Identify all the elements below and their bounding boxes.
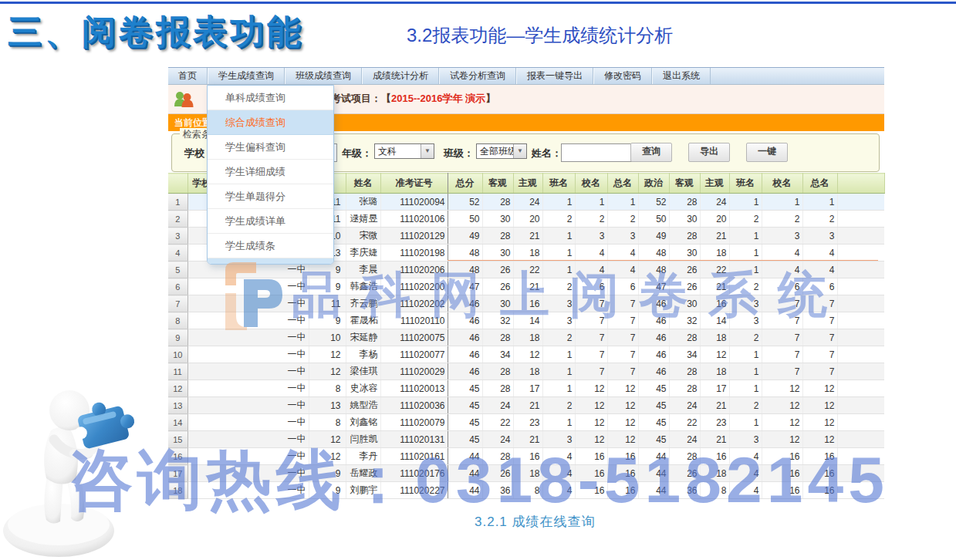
row-number: 17 xyxy=(168,465,187,482)
search-action-button[interactable]: 一键 xyxy=(746,143,788,162)
menu-item[interactable]: 报表一键导出 xyxy=(516,68,593,84)
table-row[interactable]: 10一中12李杨111020077463412177463412177 xyxy=(168,346,884,363)
score-cell: 46 xyxy=(448,363,482,380)
rank-cell: 1 xyxy=(729,380,762,397)
score-cell: 21 xyxy=(513,397,542,414)
score-cell: 46 xyxy=(448,346,482,363)
score-cell: 28 xyxy=(482,228,513,245)
rank-cell: 4 xyxy=(575,245,607,261)
class-cell: 9 xyxy=(309,482,346,499)
rank-cell: 12 xyxy=(607,380,638,397)
rank-cell: 4 xyxy=(802,261,837,278)
rank-cell: 6 xyxy=(575,278,607,295)
column-header: 班名 xyxy=(542,174,575,194)
score-cell: 50 xyxy=(448,211,482,228)
menu-item[interactable]: 试卷分析查询 xyxy=(439,68,516,84)
rank-cell: 7 xyxy=(802,363,837,380)
column-header: 姓名 xyxy=(346,174,380,194)
rank-cell: 16 xyxy=(575,448,607,465)
table-row[interactable]: 11一中12梁佳琪111020029462818177462818177 xyxy=(168,363,884,380)
rank-cell: 2 xyxy=(542,329,575,346)
name-cell: 韩鑫浩 xyxy=(346,278,380,295)
score-cell: 26 xyxy=(669,261,700,278)
rank-cell: 2 xyxy=(542,278,575,295)
table-row[interactable]: 16一中12李丹1110201614428164161644281641616 xyxy=(168,448,884,465)
table-row[interactable]: 12一中8史冰容1110200134528171121245281711212 xyxy=(168,380,884,397)
filler-cell xyxy=(837,431,884,448)
rank-cell: 7 xyxy=(802,329,837,346)
name-cell: 李杨 xyxy=(346,346,380,363)
rank-cell: 2 xyxy=(762,211,802,228)
score-cell: 8 xyxy=(700,482,729,499)
score-cell: 46 xyxy=(448,295,482,312)
rank-cell: 2 xyxy=(729,329,762,346)
menu-item[interactable]: 班级成绩查询 xyxy=(285,68,362,84)
rank-cell: 2 xyxy=(542,397,575,414)
score-cell: 45 xyxy=(448,380,482,397)
table-row[interactable]: 14一中8刘鑫铭1110200794522231121245222311212 xyxy=(168,414,884,431)
grade-select[interactable]: 文科 ▼ xyxy=(374,143,434,159)
table-row[interactable]: 8一中9霍晟柘111020110463214377463214377 xyxy=(168,312,884,329)
rank-cell: 16 xyxy=(762,465,802,482)
search-action-button[interactable]: 导出 xyxy=(688,143,730,162)
table-row[interactable]: 7一中11齐云鹏111020202463016377463016377 xyxy=(168,295,884,312)
score-cell: 52 xyxy=(638,194,669,211)
rank-cell: 3 xyxy=(729,295,762,312)
table-row[interactable]: 6一中9韩鑫浩111020200472621266472621266 xyxy=(168,278,884,295)
ticket-cell: 111020198 xyxy=(380,245,448,261)
rank-cell: 3 xyxy=(575,228,607,245)
table-row[interactable]: 17一中9岳耀政1110201764426184161644261841616 xyxy=(168,465,884,482)
class-select[interactable]: 全部班级 ▼ xyxy=(476,143,527,159)
score-cell: 14 xyxy=(513,312,542,329)
rank-cell: 2 xyxy=(729,211,762,228)
menu-item[interactable]: 成绩统计分析 xyxy=(362,68,439,84)
rank-cell: 3 xyxy=(607,228,638,245)
filler-cell xyxy=(837,211,884,228)
name-cell: 霍晟柘 xyxy=(346,312,380,329)
grade-select-value: 文科 xyxy=(375,144,421,158)
table-row[interactable]: 18一中9刘鹏宇11102022744368416164436841616 xyxy=(168,482,884,499)
score-cell: 28 xyxy=(669,228,700,245)
rank-cell: 2 xyxy=(575,211,607,228)
rank-cell: 1 xyxy=(542,228,575,245)
ticket-cell: 111020176 xyxy=(380,465,448,482)
name-input[interactable] xyxy=(561,143,632,162)
score-cell: 23 xyxy=(700,414,729,431)
dropdown-item[interactable]: 综合成绩查询 xyxy=(208,110,333,135)
rank-cell: 2 xyxy=(729,397,762,414)
ticket-cell: 111020029 xyxy=(380,363,448,380)
rank-cell: 3 xyxy=(542,431,575,448)
score-cell: 44 xyxy=(448,482,482,499)
rank-cell: 4 xyxy=(762,261,802,278)
rank-cell: 12 xyxy=(575,397,607,414)
row-number: 5 xyxy=(168,261,187,278)
search-action-button[interactable]: 查询 xyxy=(630,143,672,162)
table-row[interactable]: 15一中12闫胜凯1110201314524213121245242131212 xyxy=(168,431,884,448)
class-cell: 12 xyxy=(309,363,346,380)
dropdown-item[interactable]: 学生详细成绩 xyxy=(208,160,333,184)
filler-cell xyxy=(837,261,884,278)
score-cell: 18 xyxy=(513,465,542,482)
score-cell: 44 xyxy=(638,465,669,482)
table-row[interactable]: 9一中10宋延静111020075462818277462818277 xyxy=(168,329,884,346)
rank-cell: 7 xyxy=(762,329,802,346)
table-row[interactable]: 13一中13姚型浩1110200364524212121245242121212 xyxy=(168,397,884,414)
score-cell: 28 xyxy=(669,380,700,397)
menu-item[interactable]: 退出系统 xyxy=(652,68,711,84)
dropdown-item[interactable]: 学生成绩详单 xyxy=(208,209,333,234)
rank-cell: 7 xyxy=(802,312,837,329)
menu-item[interactable]: 学生成绩查询 xyxy=(208,68,285,84)
exam-value: 2015--2016学年 演示 xyxy=(391,93,485,104)
dropdown-item[interactable]: 学生成绩条 xyxy=(208,234,333,258)
school-cell: 一中 xyxy=(187,465,309,482)
menu-item[interactable]: 首页 xyxy=(168,68,208,84)
ticket-cell: 111020106 xyxy=(380,211,448,228)
dropdown-item[interactable]: 单科成绩查询 xyxy=(208,86,333,110)
score-cell: 16 xyxy=(700,448,729,465)
dropdown-item[interactable]: 学生偏科查询 xyxy=(208,135,333,160)
menu-item[interactable]: 修改密码 xyxy=(593,68,652,84)
score-cell: 18 xyxy=(513,363,542,380)
score-cell: 48 xyxy=(638,245,669,261)
dropdown-item[interactable]: 学生单题得分 xyxy=(208,184,333,209)
rank-cell: 1 xyxy=(802,194,837,211)
